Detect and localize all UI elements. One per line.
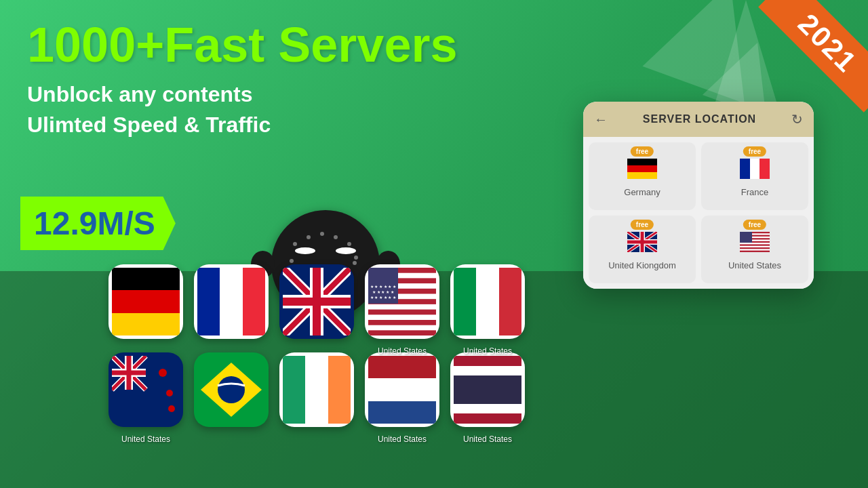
flag-france-phone [740,159,770,183]
svg-rect-66 [454,375,521,404]
server-card-uk[interactable]: free United Kiongdom [589,216,696,283]
speed-value: 12.9M/S [34,205,155,242]
svg-rect-49 [476,268,499,336]
flag-svg-france [197,268,265,336]
server-name-usa: United States [728,260,781,270]
svg-point-1 [293,242,297,246]
svg-rect-67 [454,404,521,413]
svg-text:★ ★ ★ ★ ★ ★: ★ ★ ★ ★ ★ ★ [370,285,396,289]
svg-point-53 [166,390,173,396]
svg-rect-32 [197,268,220,336]
flag-icon-ireland[interactable] [279,352,354,427]
flag-usa-phone [740,232,770,256]
svg-rect-30 [112,290,180,313]
speed-badge: 12.9M/S [20,197,176,250]
svg-rect-29 [112,268,180,290]
svg-rect-50 [499,268,521,336]
label-france [194,346,269,356]
label-italy-row1: United States [450,346,525,356]
flag-icon-netherlands[interactable] [365,352,439,427]
flag-icon-usa[interactable]: ★ ★ ★ ★ ★ ★ ★ ★ ★ ★ ★ ★ ★ ★ ★ ★ ★ [365,264,439,339]
flag-labels-row2: United States United States United State… [108,434,525,444]
flag-svg-uk [283,268,351,336]
svg-point-6 [354,256,358,260]
svg-rect-27 [740,251,770,252]
flag-svg-thailand [454,356,521,424]
svg-point-4 [334,235,338,239]
flag-svg-ireland [283,356,351,424]
free-badge-usa: free [743,220,766,230]
free-badge-france: free [743,146,766,157]
svg-text:★ ★ ★ ★ ★: ★ ★ ★ ★ ★ [372,290,394,294]
label-usa-row1: United States [365,346,439,356]
svg-rect-43 [368,330,436,336]
svg-rect-28 [740,232,752,243]
sub-line2: Ulimted Speed & Traffic [27,110,458,140]
label-thailand: United States [450,434,525,444]
year-label: 2021 [763,0,868,108]
svg-rect-61 [368,356,436,378]
svg-rect-17 [750,159,760,179]
flag-icon-uk[interactable] [279,264,354,339]
label-netherlands: United States [365,434,439,444]
server-name-germany: Germany [624,187,660,197]
flag-svg-netherlands [368,356,436,424]
label-ireland [279,434,354,444]
svg-point-52 [159,369,167,377]
main-headline: 1000+Fast Servers [27,20,458,69]
flag-icon-germany[interactable] [108,264,183,339]
server-card-usa[interactable]: free United States [701,216,808,283]
svg-point-2 [307,235,311,239]
svg-rect-41 [368,310,436,315]
svg-rect-59 [305,356,328,424]
flag-icon-thailand[interactable] [450,352,525,427]
sub-line1: Unblock any contents [27,79,458,110]
label-germany [108,346,183,356]
svg-point-54 [168,405,175,412]
svg-rect-16 [740,159,750,179]
back-button[interactable]: ← [594,112,608,127]
svg-point-5 [347,242,351,246]
left-content: 1000+Fast Servers Unblock any contents U… [27,20,458,140]
sub-headline-1: Unblock any contents Ulimted Speed & Tra… [27,79,458,140]
svg-rect-48 [454,268,476,336]
server-grid: free Germany free France [583,137,814,289]
flag-icon-nz[interactable] [108,352,183,427]
flag-icon-france[interactable] [194,264,269,339]
label-nz: United States [108,434,183,444]
server-card-france[interactable]: free France [701,142,808,210]
label-brazil [194,434,269,444]
flag-svg-brazil [197,356,265,424]
flag-germany-phone [627,159,657,183]
label-uk [279,346,354,356]
svg-rect-13 [627,159,657,165]
svg-rect-34 [243,268,265,336]
flag-icon-brazil[interactable] [194,352,269,427]
flag-row-2 [108,352,525,427]
svg-rect-15 [627,172,657,179]
svg-rect-25 [740,244,770,245]
free-badge-uk: free [631,220,654,230]
flag-svg-nz [112,356,180,424]
flag-svg-italy [454,268,521,336]
flag-icon-italy[interactable] [450,264,525,339]
svg-rect-33 [220,268,243,336]
svg-point-57 [218,376,245,403]
svg-rect-18 [760,159,770,179]
svg-rect-63 [368,401,436,424]
server-card-germany[interactable]: free Germany [589,142,696,210]
speed-badge-bg: 12.9M/S [20,197,176,250]
corner-banner: 2021 [732,0,868,136]
svg-rect-58 [283,356,305,424]
svg-text:★ ★ ★ ★ ★ ★: ★ ★ ★ ★ ★ ★ [370,296,396,300]
svg-rect-42 [368,320,436,325]
svg-rect-26 [740,247,770,249]
svg-point-3 [320,232,324,236]
svg-rect-62 [368,378,436,401]
flag-svg-usa: ★ ★ ★ ★ ★ ★ ★ ★ ★ ★ ★ ★ ★ ★ ★ ★ ★ [368,268,436,336]
svg-point-7 [290,259,294,263]
flag-uk-phone [627,232,657,256]
svg-rect-60 [328,356,351,424]
svg-rect-31 [112,313,180,336]
flag-svg-germany [112,268,180,336]
